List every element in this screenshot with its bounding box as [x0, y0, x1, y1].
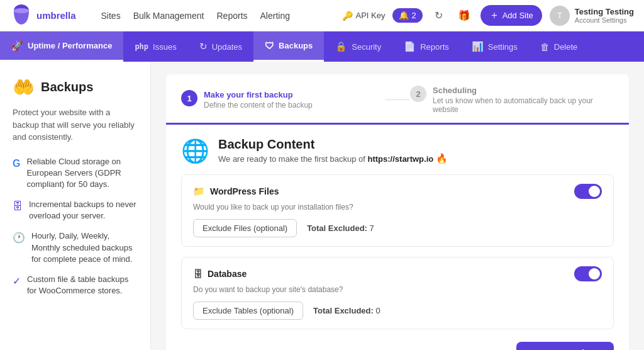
steps-bar: 1 Make your first backup Define the cont… [166, 74, 629, 125]
add-site-button[interactable]: ＋ Add Site [480, 5, 542, 26]
database-section-icon: 🗄 [193, 269, 203, 279]
bell-icon: 🔔 [399, 11, 409, 20]
database-icon: 🗄 [13, 200, 23, 213]
exclude-files-button[interactable]: Exclude Files (optional) [193, 219, 297, 237]
sidebar-title-text: Backups [41, 80, 93, 94]
logo-text: umbrella [36, 10, 76, 21]
reports-icon: 📄 [404, 41, 416, 52]
tab-settings-label: Settings [488, 42, 518, 52]
tab-issues[interactable]: php Issues [123, 31, 187, 62]
fire-emoji: 🔥 [436, 153, 448, 164]
wordpress-files-toggle[interactable]: ✓ [574, 184, 602, 199]
backup-header: 🌐 Backup Content We are ready to make th… [181, 137, 614, 164]
api-key-label: API Key [356, 11, 386, 20]
delete-icon: 🗑 [540, 42, 550, 52]
uptime-icon: 🚀 [11, 40, 23, 52]
security-icon: 🔒 [335, 41, 347, 52]
globe-icon: 🌐 [181, 138, 209, 164]
step-2-num: 2 [410, 86, 426, 102]
api-key-button[interactable]: 🔑 API Key [342, 11, 386, 21]
plus-icon: ＋ [489, 9, 499, 22]
logo[interactable]: umbrella [10, 4, 76, 27]
gift-button[interactable]: 🎁 [455, 7, 473, 25]
sidebar-description: Protect your website with a backup that … [13, 106, 138, 144]
nav-bulk-management[interactable]: Bulk Management [133, 11, 204, 21]
check-icon: ✓ [13, 274, 21, 288]
tab-reports-label: Reports [420, 42, 449, 52]
backups-sidebar-icon: 🤲 [13, 77, 35, 98]
feature-custom: ✓ Custom file & table backups for WooCom… [13, 274, 138, 296]
tab-delete[interactable]: 🗑 Delete [529, 31, 589, 62]
notifications-button[interactable]: 🔔 2 [392, 8, 422, 23]
notifications-count: 2 [411, 11, 416, 20]
tab-backups-label: Backups [279, 41, 313, 50]
nav-links: Sites Bulk Management Reports Alerting [101, 11, 327, 21]
step-2: 2 Scheduling Let us know when to automat… [410, 86, 614, 114]
wordpress-files-section: 📁 WordPress Files ✓ Would you like to ba… [181, 174, 614, 247]
main-layout: 🤲 Backups Protect your website with a ba… [0, 62, 644, 350]
wp-files-desc: Would you like to back up your installat… [193, 203, 602, 212]
step-1: 1 Make your first backup Define the cont… [181, 90, 385, 110]
steps-wrapper: 1 Make your first backup Define the cont… [166, 74, 629, 350]
account-settings-link[interactable]: Account Settings [575, 16, 634, 24]
feature-cloud-text: Reliable Cloud storage on European Serve… [26, 156, 138, 191]
save-continue-button[interactable]: Save & Continue [516, 342, 614, 350]
database-toggle[interactable]: ✓ [574, 266, 602, 281]
database-title: Database [208, 269, 247, 279]
tab-bar: 🚀 Uptime / Performance php Issues ↻ Upda… [0, 31, 644, 62]
user-menu[interactable]: T Testing Testing Account Settings [550, 6, 634, 26]
updates-icon: ↻ [199, 41, 208, 52]
google-icon: G [13, 157, 20, 171]
tab-delete-label: Delete [554, 42, 578, 52]
tab-reports[interactable]: 📄 Reports [392, 31, 460, 62]
tab-security[interactable]: 🔒 Security [324, 31, 392, 62]
feature-schedule-text: Hourly, Daily, Weekly, Monthly scheduled… [31, 230, 138, 265]
svg-point-1 [14, 8, 29, 13]
content-area: 1 Make your first backup Define the cont… [151, 62, 644, 350]
issues-icon: php [135, 42, 148, 51]
step-2-title: Scheduling [433, 86, 614, 95]
tab-uptime-label: Uptime / Performance [28, 41, 112, 50]
top-nav: umbrella Sites Bulk Management Reports A… [0, 0, 644, 31]
tab-uptime[interactable]: 🚀 Uptime / Performance [0, 31, 123, 62]
nav-actions: 🔑 API Key 🔔 2 ↻ 🎁 ＋ Add Site T Testing T… [342, 5, 635, 26]
user-name: Testing Testing [575, 7, 634, 16]
sidebar-title: 🤲 Backups [13, 77, 138, 98]
feature-cloud: G Reliable Cloud storage on European Ser… [13, 156, 138, 191]
database-section: 🗄 Database ✓ Do you want to backup your … [181, 257, 614, 329]
step-2-subtitle: Let us know when to automatically back u… [433, 96, 614, 114]
exclude-tables-button[interactable]: Exclude Tables (optional) [193, 302, 303, 320]
logo-icon [10, 4, 33, 27]
backup-card: 🌐 Backup Content We are ready to make th… [166, 125, 629, 350]
nav-reports[interactable]: Reports [217, 11, 248, 21]
database-total-excluded: Total Excluded: 0 [313, 306, 380, 315]
wp-files-title: WordPress Files [210, 186, 279, 196]
settings-icon: 📊 [472, 41, 484, 52]
tab-security-label: Security [352, 42, 381, 52]
step-divider [385, 99, 410, 100]
step-1-subtitle: Define the content of the backup [204, 101, 313, 110]
nav-alerting[interactable]: Alerting [260, 11, 290, 21]
backups-icon: 🛡 [265, 40, 274, 51]
tab-updates[interactable]: ↻ Updates [188, 31, 253, 62]
backup-content-title: Backup Content [218, 137, 448, 152]
sidebar-features-list: G Reliable Cloud storage on European Ser… [13, 156, 138, 297]
feature-incremental: 🗄 Incremental backups to never overload … [13, 199, 138, 222]
backup-content-subtitle: We are ready to make the first backup of… [218, 153, 448, 164]
site-url: https://startwp.io [368, 154, 434, 164]
tab-issues-label: Issues [153, 42, 177, 52]
step-1-num: 1 [181, 90, 197, 106]
folder-icon: 📁 [193, 186, 205, 197]
clock-icon: 🕐 [13, 231, 25, 245]
tab-settings[interactable]: 📊 Settings [460, 31, 529, 62]
feature-custom-text: Custom file & table backups for WooComme… [27, 274, 138, 296]
nav-sites[interactable]: Sites [101, 11, 121, 21]
database-desc: Do you want to backup your site's databa… [193, 285, 602, 294]
step-1-title: Make your first backup [204, 90, 313, 99]
tab-backups[interactable]: 🛡 Backups [253, 31, 324, 62]
refresh-button[interactable]: ↻ [430, 7, 448, 25]
feature-incremental-text: Incremental backups to never overload yo… [29, 199, 138, 222]
tab-updates-label: Updates [212, 42, 242, 52]
avatar: T [550, 6, 570, 26]
feature-schedule: 🕐 Hourly, Daily, Weekly, Monthly schedul… [13, 230, 138, 265]
